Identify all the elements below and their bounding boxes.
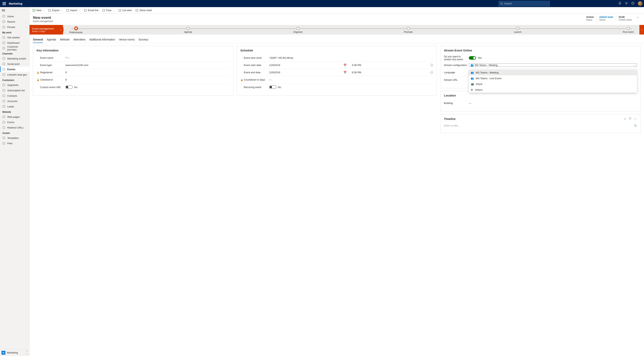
app-launcher-icon[interactable] [2,1,7,6]
tab-general[interactable]: General [33,37,43,43]
nav-templates[interactable]: Templates [0,135,29,141]
more-icon[interactable]: ⋯ [634,117,637,121]
nav-accounts[interactable]: Accounts [0,98,29,104]
chevron-down-icon: ⌄ [61,10,62,11]
nav-redirect-urls[interactable]: Redirect URLs [0,125,29,130]
nav-group-title: Assets [0,130,29,135]
nav-events[interactable]: Events [0,67,29,72]
option-ms-teams-meeting[interactable]: 👥MS Teams - Meeting [469,70,637,75]
option-ms-teams-live-event[interactable]: 👥MS Teams - Live Event [469,75,637,81]
stage-launch[interactable]: Launch [514,25,521,35]
svg-point-0 [501,3,502,4]
area-switcher[interactable]: M Marketing ⌃⌄ [0,349,29,356]
svg-rect-22 [3,127,5,129]
option-icon: 👥 [471,71,474,74]
start-time-input[interactable]: 5:36 PM🕐 [352,64,433,67]
pin-icon [2,26,5,29]
nav-get-started[interactable]: Get started [0,35,29,40]
global-search[interactable]: Search [498,1,550,7]
business-process-flow: Event management Active 2 Days ‹ Prelimi… [30,25,644,35]
list-view-button[interactable]: List view [117,8,134,13]
current-stage[interactable]: Event management Active 2 Days [30,25,58,35]
nav-home[interactable]: Home [0,14,29,19]
stage-prev-icon[interactable]: ‹ [58,25,64,35]
timeline-note-input[interactable]: Enter a note... 📎 [444,123,637,128]
building-value[interactable]: --- [469,102,637,105]
event-type-value[interactable]: www.event1245.com [65,64,230,67]
user-avatar[interactable] [638,1,642,6]
nav-leads[interactable]: Leads [0,104,29,109]
filter-icon[interactable]: ▽ [629,117,631,121]
new-button[interactable]: New⌄ [31,8,46,13]
sidebar-toggle[interactable] [2,9,5,12]
stream-config-dropdown[interactable]: 👥MS Teams - Meeting ⌄ [469,64,637,67]
tab-website[interactable]: Website [60,37,70,43]
add-icon[interactable]: ＋ [624,117,626,121]
nav-contacts[interactable]: Contacts [0,93,29,98]
stage-next-icon[interactable]: › [640,25,644,35]
recurring-toggle[interactable]: No [269,85,433,89]
settings-icon[interactable] [625,2,628,5]
stage-post-event[interactable]: Post event [623,25,634,35]
tab-attendees[interactable]: Attendees [74,37,86,43]
language-label: Language [444,71,455,74]
show-chart-button[interactable]: Show chart [134,8,153,13]
nav-subscription-list[interactable]: Subscription list [0,88,29,93]
nav-dashboard[interactable]: Dashboard [0,40,29,46]
end-date-input[interactable]: 12/9/2019📅 [269,71,350,74]
nav-social-post[interactable]: Social post [0,61,29,67]
nav-web-pages[interactable]: Web pages [0,114,29,120]
checkedin-label: Checked-in [40,78,53,81]
nav-recent[interactable]: Recent⌄ [0,19,29,24]
clock-icon[interactable]: 🕐 [430,71,433,74]
option-on24[interactable]: 📹ON24 [469,81,637,87]
nav-segments[interactable]: Segments [0,82,29,88]
timezone-value[interactable]: (GMT +05:30) Minsk [270,56,433,59]
option-others[interactable]: ⚙Others [469,87,637,93]
card-title: Location [444,94,637,97]
listv-icon [118,9,121,12]
clock-icon[interactable]: 🕐 [430,64,433,67]
tab-agenda[interactable]: Agenda [47,37,56,43]
flow-button[interactable]: Flow⌄ [101,8,116,13]
help-icon[interactable]: ? [631,2,634,5]
tab-venue-rooms[interactable]: Venue rooms [119,37,135,43]
custom-url-toggle[interactable]: No [65,85,230,89]
nav-files[interactable]: Files [0,141,29,146]
tab-additional-information[interactable]: Additional information [89,37,115,43]
attachment-icon[interactable]: 📎 [634,124,637,127]
event-type-label: Event type [40,64,52,67]
nav-group-title: My work [0,30,29,35]
nav-linkedin-lead-gen[interactable]: LinkedIn lead gen [0,72,29,77]
nav-pinned[interactable]: Pinned⌄ [0,24,29,30]
import-button[interactable]: Import⌄ [65,8,82,13]
nav-customer-journeys[interactable]: Customer journeys [0,46,29,51]
status-owner[interactable]: Admin UserOwner [596,16,616,21]
stage-organize[interactable]: Organize [293,25,303,35]
start-date-input[interactable]: 12/9/2019📅 [269,64,350,67]
stage-promote[interactable]: Promote [404,25,412,35]
tab-surveys[interactable]: Surveys [138,37,148,43]
expand-header-icon[interactable]: ⌄ [634,16,640,19]
end-time-input[interactable]: 6:36 PM🕐 [352,71,433,74]
stream-toggle[interactable]: Yes [469,56,637,60]
card-title: Timeline [444,117,456,120]
leads-icon [2,105,5,108]
export-button[interactable]: Export⌄ [47,8,64,13]
event-name-value[interactable]: --- [67,56,230,59]
calendar-icon[interactable]: 📅 [344,64,346,67]
timeline-card: Timeline ＋ ▽ ⋯ Enter a note... 📎 [440,114,640,133]
nav-marketing-emails[interactable]: Marketing emails [0,56,29,61]
svg-rect-23 [3,137,5,139]
status-publish-status: DraftPublish status [616,16,634,21]
nav-forms[interactable]: Forms [0,120,29,125]
svg-rect-30 [119,9,121,11]
calendar-icon[interactable]: 📅 [344,71,346,74]
notifications-icon[interactable] [618,2,622,5]
email-link-button[interactable]: Email link [82,8,100,13]
stage-preliminaries[interactable]: Preliminaries [70,25,82,35]
stage-agenda[interactable]: Agenda [184,25,192,35]
checkedin-value: 0 [65,78,230,81]
svg-rect-31 [136,9,138,11]
chevron-down-icon: ⌄ [113,10,114,11]
